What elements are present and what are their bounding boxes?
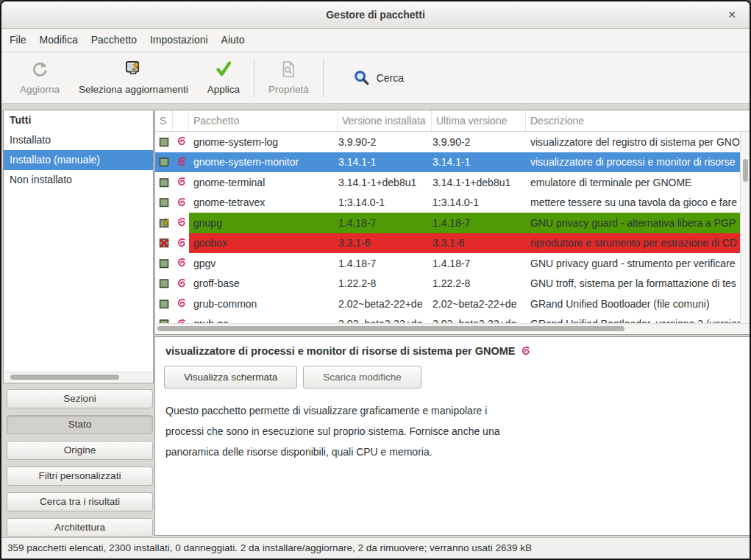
- filter-mode-button[interactable]: Stato: [7, 415, 153, 434]
- toolbar-separator: [254, 58, 255, 97]
- apply-label: Applica: [207, 84, 240, 95]
- mark-upgrades-button[interactable]: Seleziona aggiornamenti: [69, 52, 198, 103]
- debian-swirl-icon: [176, 217, 187, 228]
- installed-version: 1:3.14.0-1: [338, 193, 432, 213]
- table-row[interactable]: gnupg 1.4.18-7 1.4.18-7 GNU privacy guar…: [155, 213, 740, 233]
- filter-list-item[interactable]: Non installato: [4, 170, 153, 190]
- table-header: S Pacchetto Versione installata Ultima v…: [155, 110, 750, 132]
- menubar: FileModificaPacchettoImpostazioniAiuto: [1, 29, 750, 52]
- scrollbar-thumb[interactable]: [157, 326, 624, 331]
- table-row[interactable]: grub-common 2.02~beta2-22+de 2.02~beta2-…: [155, 294, 740, 314]
- table-vertical-scrollbar[interactable]: [740, 132, 750, 323]
- table-row[interactable]: gnome-system-log 3.9.90-2 3.9.90-2 visua…: [155, 132, 740, 152]
- filter-list-item[interactable]: Installato: [4, 130, 153, 150]
- statusbar: 359 pacchetti elencati, 2300 installati,…: [1, 537, 750, 559]
- package-name: gnome-terminal: [189, 172, 338, 193]
- latest-version: 3.3.1-6: [432, 233, 526, 254]
- filter-list: TuttiInstallatoInstallato (manuale)Non i…: [3, 110, 154, 383]
- package-name: gnome-system-log: [189, 132, 338, 152]
- debian-swirl-icon: [176, 136, 187, 147]
- menu-item[interactable]: Impostazioni: [143, 29, 215, 52]
- view-screenshot-button[interactable]: Visualizza schermata: [164, 366, 297, 389]
- package-name: gnome-system-monitor: [189, 152, 338, 173]
- package-description: GNU troff, sistema per la formattazione …: [526, 274, 740, 294]
- status-installed-icon: [158, 318, 170, 323]
- menu-item[interactable]: Aiuto: [215, 29, 252, 52]
- search-button[interactable]: Cerca: [344, 52, 413, 103]
- table-horizontal-scrollbar[interactable]: [156, 323, 750, 333]
- filter-mode-button[interactable]: Filtri personalizzati: [7, 467, 153, 486]
- status-installed-icon: [158, 196, 170, 208]
- window-title: Gestore di pacchetti: [326, 9, 425, 21]
- description-line: panoramica delle risorse disponibili, qu…: [165, 442, 740, 462]
- properties-label: Proprietà: [268, 84, 309, 95]
- table-row[interactable]: gnome-system-monitor 3.14.1-1 3.14.1-1 v…: [155, 152, 740, 173]
- package-description: visualizzatore di processi e monitor di …: [526, 152, 740, 173]
- properties-button[interactable]: Proprietà: [259, 52, 318, 103]
- latest-version: 1:3.14.0-1: [432, 193, 526, 213]
- installed-version: 1.22.2-8: [338, 274, 432, 294]
- column-header-icon[interactable]: [173, 110, 189, 131]
- filter-list-item[interactable]: Tutti: [4, 110, 153, 130]
- column-header-package[interactable]: Pacchetto: [189, 110, 338, 131]
- main-content: TuttiInstallatoInstallato (manuale)Non i…: [1, 104, 750, 537]
- status-installed-icon: [158, 177, 170, 188]
- status-installed-icon: [158, 277, 170, 289]
- details-description: Questo pacchetto permette di visualizzar…: [155, 389, 750, 462]
- installed-version: 1.4.18-7: [338, 253, 432, 274]
- column-header-latest[interactable]: Ultima versione: [432, 110, 526, 131]
- column-header-status[interactable]: S: [155, 110, 173, 131]
- package-manager-window: Gestore di pacchetti ✕ FileModificaPacch…: [0, 0, 751, 560]
- filter-mode-button[interactable]: Origine: [7, 441, 153, 460]
- close-icon[interactable]: ✕: [725, 7, 739, 22]
- sidebar-horizontal-scrollbar[interactable]: [4, 372, 152, 382]
- column-header-installed[interactable]: Versione installata: [338, 110, 432, 131]
- details-buttons: Visualizza schermata Scarica modifiche: [155, 357, 750, 389]
- menu-item[interactable]: File: [3, 29, 33, 52]
- refresh-button[interactable]: Aggiorna: [10, 52, 69, 103]
- status-installed-icon: [158, 156, 170, 168]
- debian-swirl-icon: [176, 278, 187, 289]
- package-description: GNU privacy guard - alternativa libera a…: [526, 213, 740, 233]
- scrollbar-thumb[interactable]: [10, 375, 119, 380]
- package-description: GRand Unified Bootloader (file comuni): [526, 294, 740, 314]
- installed-version: 3.9.90-2: [338, 132, 432, 152]
- package-name: groff-base: [189, 274, 338, 294]
- latest-version: 1.4.18-7: [432, 253, 526, 274]
- table-row[interactable]: gnome-tetravex 1:3.14.0-1 1:3.14.0-1 met…: [155, 193, 740, 213]
- menu-item[interactable]: Pacchetto: [85, 29, 143, 52]
- download-changelog-button[interactable]: Scarica modifiche: [303, 366, 421, 389]
- column-header-description[interactable]: Descrizione: [526, 110, 750, 131]
- filter-mode-button[interactable]: Sezioni: [7, 389, 153, 408]
- debian-swirl-icon: [176, 177, 187, 188]
- package-description: GNU privacy guard - strumento per verifi…: [526, 253, 740, 274]
- latest-version: 3.14.1-1: [432, 152, 526, 173]
- installed-version: 3.3.1-6: [338, 233, 432, 254]
- filter-mode-button[interactable]: Architettura: [7, 518, 153, 537]
- mark-upgrades-label: Seleziona aggiornamenti: [79, 84, 188, 95]
- latest-version: 2.02~beta2-22+de: [432, 314, 526, 324]
- installed-version: 3.14.1-1: [338, 152, 432, 173]
- latest-version: 2.02~beta2-22+de: [432, 294, 526, 314]
- refresh-label: Aggiorna: [20, 84, 60, 95]
- debian-swirl-icon: [176, 157, 187, 168]
- debian-swirl-icon: [176, 238, 187, 249]
- menu-item[interactable]: Modifica: [33, 29, 85, 52]
- installed-version: 2.02~beta2-22+de: [338, 314, 432, 324]
- details-title: visualizzatore di processi e monitor di …: [155, 337, 750, 357]
- table-row[interactable]: groff-base 1.22.2-8 1.22.2-8 GNU troff, …: [155, 274, 740, 294]
- table-row[interactable]: gnome-terminal 3.14.1-1+deb8u1 3.14.1-1+…: [155, 172, 740, 193]
- package-description: riproduttore e strumento per estrazione …: [526, 233, 740, 254]
- status-installed-icon: [158, 298, 170, 310]
- package-name: gnome-tetravex: [189, 193, 338, 213]
- debian-swirl-icon: [176, 298, 187, 309]
- apply-button[interactable]: Applica: [198, 52, 249, 103]
- table-row[interactable]: gpgv 1.4.18-7 1.4.18-7 GNU privacy guard…: [155, 253, 740, 274]
- scrollbar-thumb[interactable]: [743, 159, 748, 182]
- filter-mode-button[interactable]: Cerca tra i risultati: [7, 492, 153, 511]
- filter-list-item[interactable]: Installato (manuale): [4, 150, 153, 170]
- package-description: mettere tessere su una tavola da gioco e…: [526, 193, 740, 213]
- package-details-pane: visualizzatore di processi e monitor di …: [154, 336, 751, 536]
- table-row[interactable]: goobox 3.3.1-6 3.3.1-6 riproduttore e st…: [155, 233, 740, 254]
- table-row[interactable]: grub-pc 2.02~beta2-22+de 2.02~beta2-22+d…: [155, 314, 740, 324]
